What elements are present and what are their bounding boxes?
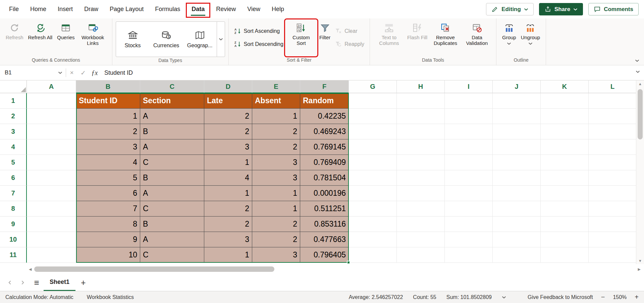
cell-J4[interactable]	[493, 139, 541, 155]
row-header-11[interactable]: 11	[0, 247, 27, 263]
menu-tab-page-layout[interactable]: Page Layout	[104, 0, 149, 18]
cell-F7[interactable]: 0.000196	[300, 186, 349, 201]
column-header-I[interactable]: I	[445, 80, 493, 93]
cell-L4[interactable]	[589, 139, 637, 155]
comments-button[interactable]: Comments	[588, 3, 639, 15]
cell-J2[interactable]	[493, 109, 541, 124]
cell-D11[interactable]: 1	[204, 247, 252, 263]
cell-I3[interactable]	[445, 124, 493, 139]
cell-F11[interactable]: 0.796405	[300, 247, 349, 263]
cell-I6[interactable]	[445, 170, 493, 186]
calculation-mode[interactable]: Calculation Mode: Automatic	[5, 294, 73, 300]
cell-E9[interactable]: 2	[252, 217, 300, 232]
menu-tab-help[interactable]: Help	[266, 0, 290, 18]
row-header-1[interactable]: 1	[0, 93, 27, 109]
cell-E4[interactable]: 2	[252, 139, 300, 155]
cell-K5[interactable]	[541, 155, 589, 170]
menu-tab-view[interactable]: View	[241, 0, 266, 18]
workbook-links-button[interactable]: Workbook Links	[77, 20, 109, 56]
cell-B5[interactable]: 4	[76, 155, 140, 170]
clear-filter-button[interactable]: Clear	[333, 26, 366, 36]
cell-G1[interactable]	[349, 93, 397, 109]
cell-E1[interactable]: Absent	[252, 93, 300, 109]
cell-F10[interactable]: 0.477663	[300, 232, 349, 247]
cell-E5[interactable]: 3	[252, 155, 300, 170]
cell-B11[interactable]: 10	[76, 247, 140, 263]
cell-K3[interactable]	[541, 124, 589, 139]
cell-F9[interactable]: 0.853116	[300, 217, 349, 232]
cell-H4[interactable]	[397, 139, 445, 155]
cell-K9[interactable]	[541, 217, 589, 232]
currencies-button[interactable]: $ Currencies	[150, 22, 183, 57]
cell-L8[interactable]	[589, 201, 637, 217]
text-to-columns-button[interactable]: Text to Columns	[373, 20, 405, 56]
sheet-tab-sheet1[interactable]: Sheet1	[44, 274, 75, 291]
cell-A8[interactable]	[27, 201, 76, 217]
cell-I8[interactable]	[445, 201, 493, 217]
menu-tab-review[interactable]: Review	[210, 0, 241, 18]
cell-A1[interactable]	[27, 93, 76, 109]
cell-L1[interactable]	[589, 93, 637, 109]
horizontal-scrollbar-thumb[interactable]	[34, 266, 274, 272]
column-header-C[interactable]: C	[140, 80, 204, 93]
cell-F8[interactable]: 0.511251	[300, 201, 349, 217]
cell-L10[interactable]	[589, 232, 637, 247]
column-header-E[interactable]: E	[252, 80, 300, 93]
cell-H10[interactable]	[397, 232, 445, 247]
cell-K10[interactable]	[541, 232, 589, 247]
cell-E6[interactable]: 3	[252, 170, 300, 186]
zoom-in-button[interactable]: +	[635, 293, 639, 301]
cell-G10[interactable]	[349, 232, 397, 247]
status-sum[interactable]: Sum: 101.8502809	[446, 294, 492, 300]
add-sheet-button[interactable]: +	[75, 274, 91, 291]
cell-J1[interactable]	[493, 93, 541, 109]
cell-C5[interactable]: C	[140, 155, 204, 170]
cell-L5[interactable]	[589, 155, 637, 170]
cell-K4[interactable]	[541, 139, 589, 155]
cell-G11[interactable]	[349, 247, 397, 263]
cell-E3[interactable]: 2	[252, 124, 300, 139]
cell-A10[interactable]	[27, 232, 76, 247]
scroll-up-icon[interactable]: ▲	[636, 82, 644, 86]
cell-J9[interactable]	[493, 217, 541, 232]
name-box[interactable]: B1	[0, 65, 66, 80]
cell-C11[interactable]: C	[140, 247, 204, 263]
cell-H5[interactable]	[397, 155, 445, 170]
cell-D1[interactable]: Late	[204, 93, 252, 109]
cell-C10[interactable]: A	[140, 232, 204, 247]
cell-H11[interactable]	[397, 247, 445, 263]
column-header-L[interactable]: L	[589, 80, 637, 93]
column-header-H[interactable]: H	[397, 80, 445, 93]
cell-J8[interactable]	[493, 201, 541, 217]
cell-J5[interactable]	[493, 155, 541, 170]
cell-E11[interactable]: 3	[252, 247, 300, 263]
select-all-button[interactable]	[0, 80, 27, 93]
cell-D3[interactable]: 2	[204, 124, 252, 139]
cell-E7[interactable]: 1	[252, 186, 300, 201]
row-header-2[interactable]: 2	[0, 109, 27, 124]
cell-L3[interactable]	[589, 124, 637, 139]
insert-function-icon[interactable]: ƒx	[89, 69, 100, 77]
editing-mode-button[interactable]: Editing	[486, 3, 534, 15]
cell-A7[interactable]	[27, 186, 76, 201]
cell-B10[interactable]: 9	[76, 232, 140, 247]
cell-D9[interactable]: 2	[204, 217, 252, 232]
data-validation-button[interactable]: Data Validation	[461, 20, 493, 56]
column-header-J[interactable]: J	[493, 80, 541, 93]
row-header-9[interactable]: 9	[0, 217, 27, 232]
cell-G3[interactable]	[349, 124, 397, 139]
cell-D6[interactable]: 4	[204, 170, 252, 186]
sort-descending-button[interactable]: Z A Sort Descending	[232, 40, 285, 49]
refresh-button[interactable]: Refresh	[3, 20, 26, 56]
cell-J10[interactable]	[493, 232, 541, 247]
cell-I4[interactable]	[445, 139, 493, 155]
zoom-level[interactable]: 150%	[613, 294, 627, 300]
data-types-gallery-expand-button[interactable]	[217, 22, 225, 57]
cell-H2[interactable]	[397, 109, 445, 124]
refresh-all-button[interactable]: Refresh All	[26, 20, 55, 56]
cell-K7[interactable]	[541, 186, 589, 201]
cell-G6[interactable]	[349, 170, 397, 186]
cell-H9[interactable]	[397, 217, 445, 232]
cell-B8[interactable]: 7	[76, 201, 140, 217]
column-header-K[interactable]: K	[541, 80, 589, 93]
